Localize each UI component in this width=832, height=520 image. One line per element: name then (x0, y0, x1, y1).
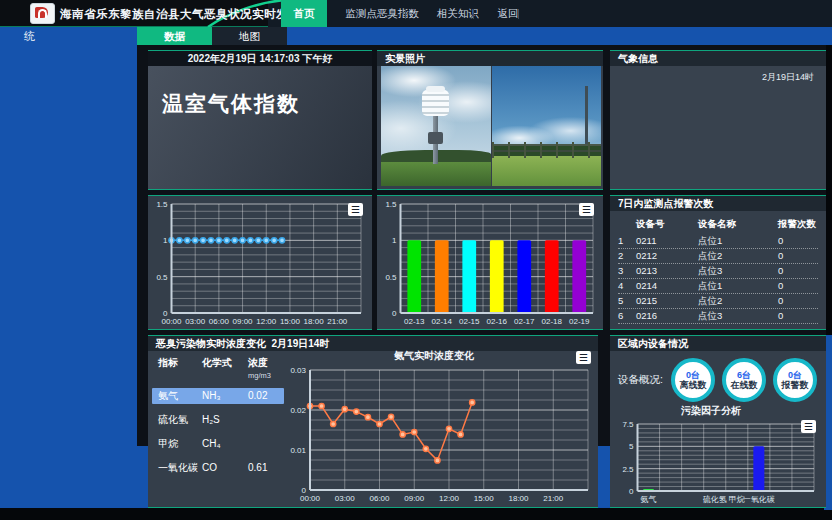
svg-text:00:00: 00:00 (161, 317, 182, 326)
app-logo (30, 3, 55, 24)
odor-table-header: 指标 化学式 浓度 (152, 356, 284, 370)
table-cell: 一氧化碳 (158, 460, 202, 476)
logo-glyph-icon (35, 7, 48, 18)
table-row: 40214点位10 (618, 279, 818, 294)
chart-menu-icon[interactable]: ☰ (348, 203, 363, 216)
table-cell: 点位3 (698, 264, 778, 278)
odor-col-formula: 化学式 (202, 356, 248, 370)
nav-divider (405, 9, 406, 19)
table-row: 60216点位30 (618, 309, 818, 324)
table-cell: CH₄ (202, 436, 248, 452)
odor-col-concentration: 浓度 (248, 356, 286, 370)
offline-count-badge: 0台 离线数 (671, 358, 715, 402)
nav-item-knowledge[interactable]: 相关知识 (428, 0, 488, 27)
svg-text:0: 0 (629, 487, 634, 496)
chart-menu-icon[interactable]: ☰ (579, 203, 594, 216)
table-cell: 1 (618, 234, 636, 248)
svg-text:18:00: 18:00 (508, 494, 529, 503)
online-label: 在线数 (730, 380, 757, 391)
photo-monitor-device (422, 90, 449, 116)
table-cell: 0 (778, 279, 818, 293)
table-cell: 5 (618, 294, 636, 308)
table-cell: 甲烷 (158, 436, 202, 452)
svg-text:02-18: 02-18 (542, 317, 563, 326)
svg-text:5: 5 (629, 442, 634, 451)
table-row: 30213点位30 (618, 264, 818, 279)
odor-row[interactable]: 甲烷CH₄ (152, 436, 284, 452)
odor-row[interactable]: 一氧化碳CO0.61 (152, 460, 284, 476)
table-cell: 0 (778, 249, 818, 263)
sidebar-background (0, 27, 148, 508)
svg-text:0: 0 (302, 486, 307, 495)
tab-row-background (0, 27, 832, 45)
odor-title-text: 恶臭污染物实时浓度变化 (156, 338, 266, 349)
table-cell: 点位3 (698, 309, 778, 323)
table-cell: CO (202, 460, 248, 476)
svg-text:0.01: 0.01 (290, 446, 306, 455)
table-cell: 点位1 (698, 279, 778, 293)
svg-text:02-16: 02-16 (487, 317, 508, 326)
daily-index-bar-chart: 02-1302-1402-1502-1602-1702-1802-1900.51… (379, 198, 601, 327)
table-cell: 氨气 (158, 388, 202, 404)
dashboard: 海南省乐东黎族自治县大气恶臭状况实时发布系 首页 监测点恶臭指数 相关知识 返回… (0, 0, 832, 520)
odor-table: 指标 化学式 浓度 mg/m3 氨气NH₃0.02硫化氢H₂S甲烷CH₄一氧化碳… (152, 356, 284, 476)
nav-item-odor-index[interactable]: 监测点恶臭指数 (336, 0, 428, 27)
svg-text:12:00: 12:00 (439, 494, 460, 503)
svg-text:03:00: 03:00 (185, 317, 206, 326)
tab-data[interactable]: 数据 (137, 27, 212, 45)
table-cell: 0.61 (248, 460, 286, 476)
table-cell: 3 (618, 264, 636, 278)
site-photos-title: 实景照片 (377, 51, 603, 66)
svg-text:02-13: 02-13 (404, 317, 425, 326)
tab-map[interactable]: 地图 (212, 27, 287, 45)
table-cell: 0211 (636, 234, 698, 248)
table-cell: 点位2 (698, 249, 778, 263)
offline-count: 0台 (686, 370, 700, 380)
svg-text:15:00: 15:00 (280, 317, 301, 326)
svg-text:02-14: 02-14 (432, 317, 453, 326)
svg-text:03:00: 03:00 (335, 494, 356, 503)
photo-monitor-cap (426, 86, 445, 92)
svg-text:7.5: 7.5 (622, 420, 634, 429)
site-photo-2 (492, 66, 601, 186)
alarm-table-body: 10211点位1020212点位2030213点位3040214点位105021… (618, 234, 818, 324)
svg-text:1.5: 1.5 (156, 200, 168, 209)
odor-row[interactable]: 硫化氢H₂S (152, 412, 284, 428)
table-cell: 6 (618, 309, 636, 323)
svg-text:12:00: 12:00 (256, 317, 277, 326)
svg-text:18:00: 18:00 (304, 317, 325, 326)
table-cell: 硫化氢 (158, 412, 202, 428)
svg-text:09:00: 09:00 (233, 317, 254, 326)
odor-col-indicator: 指标 (158, 356, 202, 370)
online-count-badge: 6台 在线数 (722, 358, 766, 402)
weather-panel: 气象信息 2月19日14时 (610, 50, 826, 190)
table-row: 20212点位20 (618, 249, 818, 264)
svg-text:1.5: 1.5 (385, 200, 397, 209)
nav-divider (518, 9, 519, 19)
chart-menu-icon[interactable]: ☰ (576, 351, 591, 364)
svg-text:1: 1 (392, 236, 397, 245)
odor-table-body: 氨气NH₃0.02硫化氢H₂S甲烷CH₄一氧化碳CO0.61 (152, 388, 284, 476)
greeting-panel: 2022年2月19日 14:17:03 下午好 温室气体指数 (148, 50, 372, 190)
table-cell: 0 (778, 264, 818, 278)
page-title-overflow: 统 (24, 29, 35, 44)
svg-text:0: 0 (392, 309, 397, 318)
alarm-table: 设备号 设备名称 报警次数 10211点位1020212点位2030213点位3… (610, 211, 826, 324)
greenhouse-index-headline: 温室气体指数 (162, 90, 372, 118)
svg-text:0.02: 0.02 (290, 406, 306, 415)
table-cell: 0.02 (248, 388, 286, 404)
svg-text:21:00: 21:00 (327, 317, 348, 326)
pollution-factor-bar-chart: 氨气硫化氢甲烷一氧化碳02.557.5 (616, 418, 822, 505)
svg-text:氨气: 氨气 (641, 495, 657, 504)
odor-row[interactable]: 氨气NH₃0.02 (152, 388, 284, 404)
table-cell: 0213 (636, 264, 698, 278)
alarm-col-device-name: 设备名称 (698, 218, 778, 231)
table-cell: 0214 (636, 279, 698, 293)
chart-menu-icon[interactable]: ☰ (801, 420, 816, 433)
svg-text:00:00: 00:00 (300, 494, 321, 503)
table-cell: 0215 (636, 294, 698, 308)
nav-item-home[interactable]: 首页 (281, 0, 327, 27)
svg-text:06:00: 06:00 (209, 317, 230, 326)
table-cell: H₂S (202, 412, 248, 428)
nav-item-back[interactable]: 返回 (488, 0, 528, 27)
